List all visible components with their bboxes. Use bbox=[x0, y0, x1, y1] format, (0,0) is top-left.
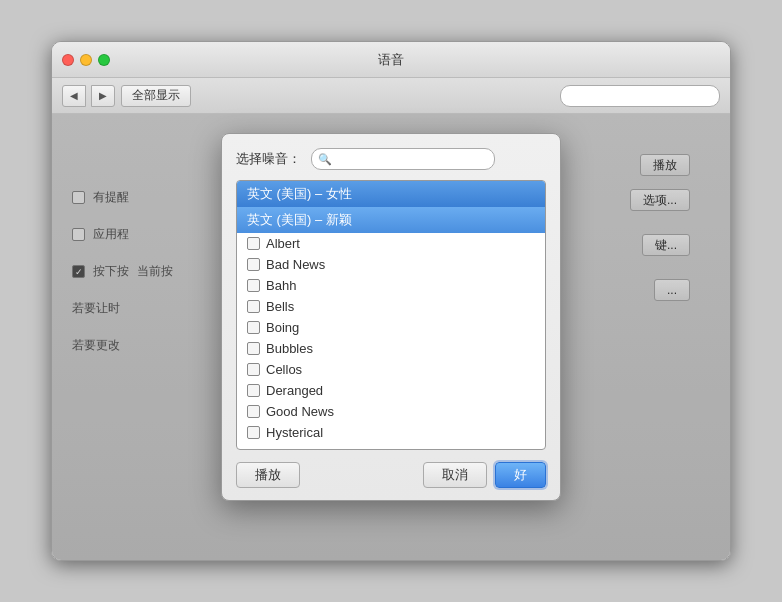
maximize-button[interactable] bbox=[98, 54, 110, 66]
forward-icon: ▶ bbox=[99, 90, 107, 101]
item-checkbox[interactable] bbox=[247, 426, 260, 439]
traffic-lights bbox=[62, 54, 110, 66]
list-item[interactable]: Pipe Organ bbox=[237, 443, 545, 447]
show-all-button[interactable]: 全部显示 bbox=[121, 85, 191, 107]
content-area: 播放 选项... 键... ... 有提醒 应用程 ✓ 按下按 当 bbox=[52, 114, 730, 560]
back-button[interactable]: ◀ bbox=[62, 85, 86, 107]
item-checkbox[interactable] bbox=[247, 342, 260, 355]
list-item[interactable]: Bad News bbox=[237, 254, 545, 275]
item-checkbox[interactable] bbox=[247, 300, 260, 313]
list-item[interactable]: Deranged bbox=[237, 380, 545, 401]
list-item[interactable]: Albert bbox=[237, 233, 545, 254]
dialog-label: 选择噪音： bbox=[236, 150, 301, 168]
item-checkbox[interactable] bbox=[247, 258, 260, 271]
item-checkbox[interactable] bbox=[247, 363, 260, 376]
item-checkbox[interactable] bbox=[247, 384, 260, 397]
list-item[interactable]: Good News bbox=[237, 401, 545, 422]
dialog-ok-button[interactable]: 好 bbox=[495, 462, 546, 488]
back-icon: ◀ bbox=[70, 90, 78, 101]
group2-header: 英文 (美国) – 新颖 bbox=[237, 207, 545, 233]
item-label: Cellos bbox=[266, 362, 302, 377]
list-item[interactable]: Bubbles bbox=[237, 338, 545, 359]
search-wrapper: 🔍 bbox=[311, 148, 546, 170]
list-item[interactable]: Cellos bbox=[237, 359, 545, 380]
list-item[interactable]: Bahh bbox=[237, 275, 545, 296]
window-title: 语音 bbox=[378, 51, 404, 69]
toolbar-search-input[interactable] bbox=[560, 85, 720, 107]
item-checkbox[interactable] bbox=[247, 279, 260, 292]
item-label: Deranged bbox=[266, 383, 323, 398]
item-checkbox[interactable] bbox=[247, 405, 260, 418]
item-label: Bubbles bbox=[266, 341, 313, 356]
main-window: 语音 ◀ ▶ 全部显示 播放 选项... 键... ... bbox=[51, 41, 731, 561]
list-item[interactable]: Bells bbox=[237, 296, 545, 317]
close-button[interactable] bbox=[62, 54, 74, 66]
item-label: Pipe Organ bbox=[266, 446, 332, 447]
dialog-buttons-right: 取消 好 bbox=[423, 462, 546, 488]
dialog-cancel-button[interactable]: 取消 bbox=[423, 462, 487, 488]
group1-header: 英文 (美国) – 女性 bbox=[237, 181, 545, 207]
item-label: Bahh bbox=[266, 278, 296, 293]
item-checkbox[interactable] bbox=[247, 237, 260, 250]
forward-button[interactable]: ▶ bbox=[91, 85, 115, 107]
item-checkbox[interactable] bbox=[247, 321, 260, 334]
dialog-buttons-left: 播放 bbox=[236, 462, 300, 488]
item-label: Hysterical bbox=[266, 425, 323, 440]
title-bar: 语音 bbox=[52, 42, 730, 78]
item-label: Good News bbox=[266, 404, 334, 419]
item-label: Boing bbox=[266, 320, 299, 335]
dialog-buttons: 播放 取消 好 bbox=[222, 450, 560, 500]
list-item[interactable]: Hysterical bbox=[237, 422, 545, 443]
dialog-header: 选择噪音： 🔍 bbox=[222, 134, 560, 180]
dialog-play-button[interactable]: 播放 bbox=[236, 462, 300, 488]
toolbar: ◀ ▶ 全部显示 bbox=[52, 78, 730, 114]
sound-list[interactable]: 英文 (美国) – 女性 英文 (美国) – 新颖 Albert Bad New… bbox=[236, 180, 546, 450]
search-icon: 🔍 bbox=[318, 153, 332, 166]
minimize-button[interactable] bbox=[80, 54, 92, 66]
list-item[interactable]: Boing bbox=[237, 317, 545, 338]
item-label: Bad News bbox=[266, 257, 325, 272]
dialog: 选择噪音： 🔍 英文 (美国) – 女性 英文 (美国) – 新颖 Albert bbox=[221, 133, 561, 501]
dialog-search-input[interactable] bbox=[311, 148, 495, 170]
item-label: Albert bbox=[266, 236, 300, 251]
modal-overlay: 选择噪音： 🔍 英文 (美国) – 女性 英文 (美国) – 新颖 Albert bbox=[52, 114, 730, 560]
list-items[interactable]: Albert Bad News Bahh Bells bbox=[237, 233, 545, 447]
item-label: Bells bbox=[266, 299, 294, 314]
